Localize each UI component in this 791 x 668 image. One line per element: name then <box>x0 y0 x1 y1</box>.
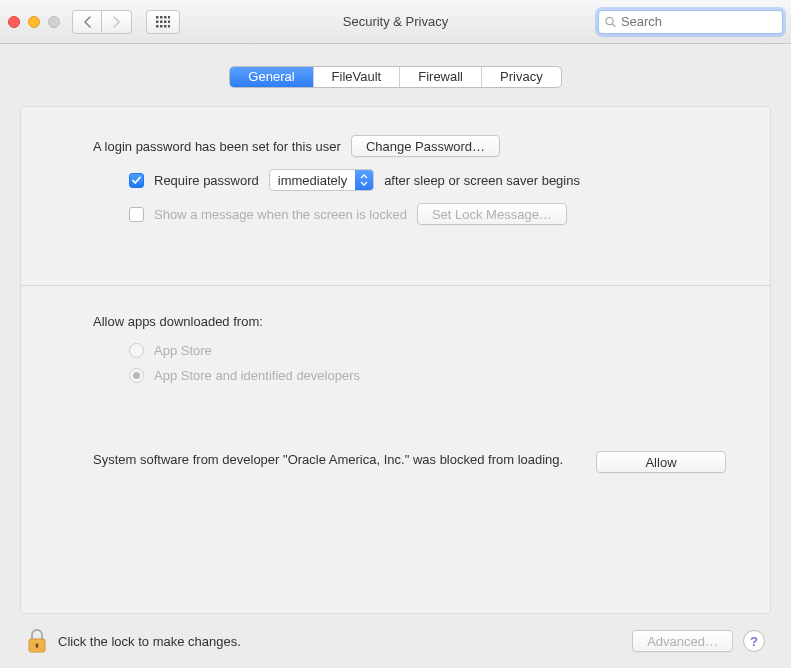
help-button[interactable]: ? <box>743 630 765 652</box>
select-stepper-icon <box>355 170 373 190</box>
svg-rect-4 <box>156 20 159 23</box>
show-message-label: Show a message when the screen is locked <box>154 207 407 222</box>
tab-privacy[interactable]: Privacy <box>482 67 561 87</box>
tab-firewall[interactable]: Firewall <box>400 67 482 87</box>
svg-rect-10 <box>164 25 167 28</box>
svg-rect-11 <box>168 25 170 28</box>
svg-rect-5 <box>160 20 163 23</box>
radio-identified-developers <box>129 368 144 383</box>
tab-filevault[interactable]: FileVault <box>314 67 401 87</box>
checkmark-icon <box>131 175 142 186</box>
search-field[interactable] <box>598 10 783 34</box>
svg-rect-2 <box>164 16 167 19</box>
radio-app-store <box>129 343 144 358</box>
radio-identified-developers-label: App Store and identified developers <box>154 368 360 383</box>
require-password-label: Require password <box>154 173 259 188</box>
chevron-left-icon <box>83 16 92 28</box>
change-password-button[interactable]: Change Password… <box>351 135 500 157</box>
lock-text: Click the lock to make changes. <box>58 634 241 649</box>
content-area: General FileVault Firewall Privacy A log… <box>0 44 791 668</box>
require-password-delay-value: immediately <box>270 173 355 188</box>
svg-rect-6 <box>164 20 167 23</box>
section-divider <box>21 285 770 286</box>
advanced-button[interactable]: Advanced… <box>632 630 733 652</box>
general-panel: A login password has been set for this u… <box>20 106 771 614</box>
radio-app-store-label: App Store <box>154 343 212 358</box>
page-title: Security & Privacy <box>343 14 448 29</box>
show-all-button[interactable] <box>146 10 180 34</box>
forward-button[interactable] <box>102 10 132 34</box>
allow-apps-header: Allow apps downloaded from: <box>93 314 726 329</box>
svg-rect-1 <box>160 16 163 19</box>
svg-rect-7 <box>168 20 170 23</box>
show-message-checkbox[interactable] <box>129 207 144 222</box>
blocked-software-text: System software from developer "Oracle A… <box>93 451 572 470</box>
minimize-window-button[interactable] <box>28 16 40 28</box>
require-password-checkbox[interactable] <box>129 173 144 188</box>
svg-rect-19 <box>36 645 38 648</box>
password-set-label: A login password has been set for this u… <box>93 139 341 154</box>
nav-buttons <box>72 10 132 34</box>
tabs: General FileVault Firewall Privacy <box>229 66 561 88</box>
svg-rect-0 <box>156 16 159 19</box>
window-controls <box>8 16 60 28</box>
search-icon <box>605 16 616 28</box>
tab-general[interactable]: General <box>230 67 313 87</box>
svg-rect-3 <box>168 16 170 19</box>
require-password-suffix: after sleep or screen saver begins <box>384 173 580 188</box>
back-button[interactable] <box>72 10 102 34</box>
svg-rect-8 <box>156 25 159 28</box>
toolbar: Security & Privacy <box>0 0 791 44</box>
require-password-delay-select[interactable]: immediately <box>269 169 374 191</box>
zoom-window-button[interactable] <box>48 16 60 28</box>
svg-rect-9 <box>160 25 163 28</box>
allow-apps-radiogroup: App Store App Store and identified devel… <box>129 343 726 383</box>
set-lock-message-button: Set Lock Message… <box>417 203 567 225</box>
lock-icon[interactable] <box>26 628 48 654</box>
help-icon: ? <box>750 634 758 649</box>
grid-icon <box>156 16 170 28</box>
allow-button[interactable]: Allow <box>596 451 726 473</box>
chevron-right-icon <box>112 16 121 28</box>
search-input[interactable] <box>621 14 776 29</box>
security-privacy-window: Security & Privacy General FileVault Fir… <box>0 0 791 668</box>
svg-line-13 <box>612 23 615 26</box>
close-window-button[interactable] <box>8 16 20 28</box>
footer: Click the lock to make changes. Advanced… <box>10 614 781 668</box>
